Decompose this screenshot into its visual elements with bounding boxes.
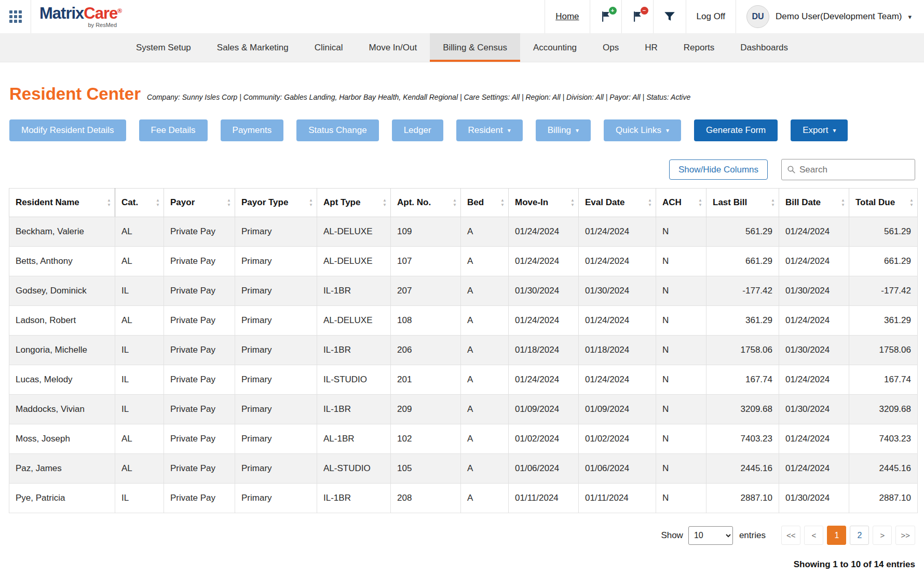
- nav-tab-dashboards[interactable]: Dashboards: [727, 33, 801, 62]
- table-cell: 1758.06: [849, 336, 918, 365]
- first-page-button[interactable]: <<: [781, 526, 801, 545]
- nav-tab-hr[interactable]: HR: [632, 33, 671, 62]
- registered-mark: ®: [117, 7, 122, 15]
- table-row[interactable]: Paz, JamesALPrivate PayPrimaryAL-STUDIO1…: [9, 454, 918, 484]
- column-header-apt-no[interactable]: Apt. No.▲▼: [391, 189, 461, 217]
- table-cell: A: [461, 336, 509, 365]
- sort-asc-icon: ▲: [841, 198, 845, 203]
- table-row[interactable]: Betts, AnthonyALPrivate PayPrimaryAL-DEL…: [9, 247, 918, 276]
- nav-tab-ops[interactable]: Ops: [590, 33, 632, 62]
- home-link[interactable]: Home: [555, 11, 579, 22]
- column-header-apt-type[interactable]: Apt Type▲▼: [317, 189, 391, 217]
- table-cell: N: [656, 424, 706, 454]
- column-header-label: Last Bill: [713, 197, 747, 207]
- column-header-bill-date[interactable]: Bill Date▲▼: [779, 189, 849, 217]
- column-header-payor[interactable]: Payor▲▼: [164, 189, 235, 217]
- table-cell: A: [461, 454, 509, 484]
- column-header-label: Eval Date: [585, 197, 625, 207]
- search-input[interactable]: [799, 165, 909, 175]
- table-cell: 561.29: [706, 217, 779, 247]
- table-row[interactable]: Maddocks, VivianILPrivate PayPrimaryIL-1…: [9, 395, 918, 424]
- column-header-resident-name[interactable]: Resident Name▲▼: [9, 189, 115, 217]
- table-cell: Primary: [235, 424, 317, 454]
- sort-asc-icon: ▲: [383, 198, 387, 203]
- column-header-move-in[interactable]: Move-In▲▼: [509, 189, 579, 217]
- table-row[interactable]: Lucas, MelodyILPrivate PayPrimaryIL-STUD…: [9, 365, 918, 395]
- export-dropdown[interactable]: Export▾: [791, 119, 848, 141]
- table-cell: 01/30/2024: [509, 276, 579, 306]
- table-cell: Private Pay: [164, 217, 235, 247]
- table-cell: A: [461, 247, 509, 276]
- resident-dropdown[interactable]: Resident▾: [456, 119, 523, 141]
- app-root: MatrixCare® by ResMed Home + −: [0, 0, 924, 575]
- table-row[interactable]: Beckham, ValerieALPrivate PayPrimaryAL-D…: [9, 217, 918, 247]
- sort-icon: ▲▼: [309, 198, 313, 207]
- table-cell: -177.42: [706, 276, 779, 306]
- column-header-cat[interactable]: Cat.▲▼: [115, 189, 164, 217]
- funnel-icon: [663, 10, 676, 23]
- nav-tabs: System SetupSales & MarketingClinicalMov…: [123, 33, 801, 62]
- sort-asc-icon: ▲: [771, 198, 775, 203]
- app-launcher-button[interactable]: [0, 0, 31, 33]
- column-header-bed[interactable]: Bed▲▼: [461, 189, 509, 217]
- sort-icon: ▲▼: [227, 198, 231, 207]
- page-button-1[interactable]: 1: [827, 526, 846, 545]
- table-cell: 01/24/2024: [579, 306, 656, 336]
- table-cell: N: [656, 365, 706, 395]
- next-page-button[interactable]: >: [873, 526, 892, 545]
- status-change-button[interactable]: Status Change: [296, 119, 378, 141]
- generate-form-button[interactable]: Generate Form: [694, 119, 778, 141]
- column-header-payor-type[interactable]: Payor Type▲▼: [235, 189, 317, 217]
- logoff-link[interactable]: Log Off: [697, 11, 725, 22]
- nav-tab-billing-census[interactable]: Billing & Census: [430, 33, 520, 62]
- table-cell: N: [656, 336, 706, 365]
- user-menu[interactable]: DU Demo User(Development Team) ▾: [736, 0, 924, 33]
- page-button-2[interactable]: 2: [850, 526, 869, 545]
- column-header-eval-date[interactable]: Eval Date▲▼: [579, 189, 656, 217]
- table-cell: 361.29: [706, 306, 779, 336]
- column-header-last-bill[interactable]: Last Bill▲▼: [706, 189, 779, 217]
- table-cell: N: [656, 276, 706, 306]
- nav-tab-move-in-out[interactable]: Move In/Out: [356, 33, 430, 62]
- table-controls: Show/Hide Columns: [9, 159, 915, 180]
- table-cell: 01/24/2024: [509, 217, 579, 247]
- prev-page-button[interactable]: <: [804, 526, 823, 545]
- table-row[interactable]: Longoria, MichelleILPrivate PayPrimaryIL…: [9, 336, 918, 365]
- flag-add-button[interactable]: +: [590, 0, 621, 33]
- table-cell: 01/06/2024: [579, 454, 656, 484]
- action-toolbar: Modify Resident DetailsFee DetailsPaymen…: [9, 119, 915, 141]
- flag-remove-button[interactable]: −: [621, 0, 653, 33]
- nav-tab-system-setup[interactable]: System Setup: [123, 33, 204, 62]
- table-row[interactable]: Moss, JosephALPrivate PayPrimaryAL-1BR10…: [9, 424, 918, 454]
- table-row[interactable]: Ladson, RobertALPrivate PayPrimaryAL-DEL…: [9, 306, 918, 336]
- search-box: [781, 159, 915, 180]
- table-cell: 3209.68: [706, 395, 779, 424]
- table-cell: 01/24/2024: [779, 424, 849, 454]
- table-row[interactable]: Godsey, DominickILPrivate PayPrimaryIL-1…: [9, 276, 918, 306]
- fee-details-button[interactable]: Fee Details: [139, 119, 208, 141]
- page-size-select[interactable]: 10: [688, 526, 733, 545]
- nav-tab-accounting[interactable]: Accounting: [520, 33, 590, 62]
- show-hide-columns-button[interactable]: Show/Hide Columns: [669, 159, 768, 180]
- ledger-button[interactable]: Ledger: [392, 119, 443, 141]
- payments-button[interactable]: Payments: [221, 119, 284, 141]
- quick-links-dropdown[interactable]: Quick Links▾: [604, 119, 681, 141]
- modify-resident-details-button[interactable]: Modify Resident Details: [9, 119, 126, 141]
- table-cell: 01/30/2024: [579, 276, 656, 306]
- sort-icon: ▲▼: [648, 198, 652, 207]
- table-cell: AL: [115, 306, 164, 336]
- table-cell: Primary: [235, 247, 317, 276]
- column-header-ach[interactable]: ACH▲▼: [656, 189, 706, 217]
- table-row[interactable]: Pye, PatriciaILPrivate PayPrimaryIL-1BR2…: [9, 484, 918, 513]
- billing-dropdown[interactable]: Billing▾: [536, 119, 591, 141]
- table-cell: IL-1BR: [317, 484, 391, 513]
- nav-tab-clinical[interactable]: Clinical: [302, 33, 356, 62]
- nav-tab-reports[interactable]: Reports: [671, 33, 728, 62]
- filter-button[interactable]: [653, 0, 686, 33]
- column-header-label: Cat.: [121, 197, 138, 207]
- nav-tab-sales-marketing[interactable]: Sales & Marketing: [204, 33, 302, 62]
- column-header-label: Payor Type: [241, 197, 288, 207]
- column-header-label: Resident Name: [16, 197, 79, 207]
- column-header-total-due[interactable]: Total Due▲▼: [849, 189, 918, 217]
- last-page-button[interactable]: >>: [895, 526, 915, 545]
